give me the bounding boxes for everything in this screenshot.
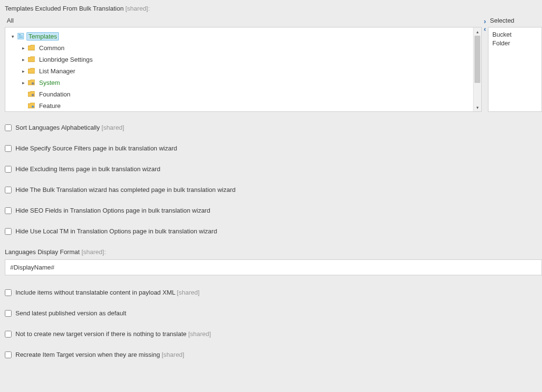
collapse-arrow-icon[interactable]: ▸ — [21, 45, 26, 51]
folder-icon — [27, 67, 35, 75]
selected-box[interactable]: Bucket Folder — [488, 27, 542, 112]
checkbox-input[interactable] — [5, 166, 12, 173]
label-text: Languages Display Format — [5, 248, 80, 256]
checkbox-hide-source-filters: Hide Specify Source Filters page in bulk… — [5, 145, 542, 152]
checkbox-hide-completed: Hide The Bulk Translation wizard has com… — [5, 186, 542, 193]
tree-node-templates[interactable]: ▾ Templates — [7, 30, 471, 42]
tree-label[interactable]: Feature — [37, 102, 63, 110]
scroll-down-icon[interactable]: ▾ — [474, 103, 481, 111]
folder-star-icon — [27, 102, 35, 109]
checkbox-input[interactable] — [5, 187, 12, 193]
label-text: Recreate Item Target version when they a… — [15, 351, 160, 358]
tree-label[interactable]: Foundation — [37, 90, 72, 98]
scroll-track[interactable] — [474, 36, 481, 103]
tree-label-templates[interactable]: Templates — [27, 32, 59, 41]
folder-icon — [27, 44, 35, 52]
tree-node-feature[interactable]: ▸ Feature — [18, 100, 471, 111]
tree-label[interactable]: Lionbridge Settings — [37, 55, 95, 64]
move-right-icon[interactable]: › — [484, 18, 486, 25]
checkbox-label[interactable]: Hide Use Local TM in Translation Options… — [15, 228, 217, 235]
transfer-arrows: › ‹ — [484, 16, 486, 32]
all-header: All — [5, 16, 482, 27]
svg-point-5 — [32, 94, 34, 96]
section-label: Templates Excluded From Bulk Translation… — [5, 5, 542, 12]
svg-rect-3 — [19, 37, 23, 38]
checkbox-include-payload: Include items without translatable conte… — [5, 289, 542, 296]
checkbox-label[interactable]: Hide The Bulk Translation wizard has com… — [15, 186, 235, 193]
checkbox-input[interactable] — [5, 331, 12, 338]
tree-label[interactable]: List Manager — [37, 67, 77, 75]
field-label: Languages Display Format [shared]: — [5, 248, 542, 256]
shared-suffix: [shared] — [187, 330, 211, 338]
section-label-text: Templates Excluded From Bulk Translation — [5, 5, 123, 12]
checkbox-send-latest: Send latest published version as default — [5, 310, 542, 317]
checkbox-hide-seo: Hide SEO Fields in Translation Options p… — [5, 207, 542, 214]
svg-point-4 — [32, 82, 34, 85]
checkbox-recreate-target: Recreate Item Target version when they a… — [5, 351, 542, 358]
shared-suffix: [shared]: — [123, 5, 149, 12]
checkbox-label[interactable]: Hide Excluding Items page in bulk transl… — [15, 165, 161, 173]
checkbox-input[interactable] — [5, 228, 12, 235]
checkbox-hide-excluding: Hide Excluding Items page in bulk transl… — [5, 165, 542, 173]
scroll-thumb[interactable] — [474, 36, 480, 83]
template-root-icon — [17, 32, 25, 40]
label-text: Sort Languages Alphabetically — [15, 124, 100, 131]
tree-node-system[interactable]: ▸ System — [18, 77, 471, 88]
folder-icon — [27, 55, 35, 63]
collapse-arrow-icon[interactable]: ▸ — [21, 68, 26, 74]
checkbox-input[interactable] — [5, 310, 12, 317]
shared-suffix: [shared]: — [80, 248, 106, 256]
expand-arrow-icon[interactable]: ▾ — [10, 34, 15, 39]
checkbox-label[interactable]: Hide Specify Source Filters page in bulk… — [15, 145, 177, 152]
checkbox-input[interactable] — [5, 145, 12, 152]
tree-node-lionbridge[interactable]: ▸ Lionbridge Settings — [18, 54, 471, 65]
checkbox-not-create: Not to create new target version if ther… — [5, 330, 542, 338]
shared-suffix: [shared] — [160, 351, 185, 358]
checkbox-label[interactable]: Sort Languages Alphabetically [shared] — [15, 124, 124, 131]
checkbox-label[interactable]: Send latest published version as default — [15, 310, 126, 317]
checkbox-input[interactable] — [5, 289, 12, 296]
svg-rect-1 — [19, 34, 21, 35]
checkbox-hide-local-tm: Hide Use Local TM in Translation Options… — [5, 228, 542, 235]
checkbox-label[interactable]: Hide SEO Fields in Translation Options p… — [15, 207, 210, 214]
collapse-arrow-icon[interactable]: ▸ — [21, 57, 26, 62]
checkbox-input[interactable] — [5, 124, 12, 131]
display-format-input[interactable] — [5, 259, 542, 275]
move-left-icon[interactable]: ‹ — [484, 26, 486, 32]
tree-box: ▾ Templates ▸ Common ▸ — [5, 27, 482, 112]
tree-node-listmanager[interactable]: ▸ List Manager — [18, 65, 471, 77]
folder-gear-icon — [27, 90, 35, 98]
tree-content[interactable]: ▾ Templates ▸ Common ▸ — [5, 27, 473, 111]
checkbox-label[interactable]: Recreate Item Target version when they a… — [15, 351, 184, 358]
template-selector: All ▾ Templates ▸ Com — [5, 16, 542, 112]
tree-label[interactable]: Common — [37, 44, 67, 52]
scroll-up-icon[interactable]: ▴ — [474, 27, 481, 36]
all-column: All ▾ Templates ▸ Com — [5, 16, 482, 112]
folder-gear-icon — [27, 79, 35, 86]
tree-node-common[interactable]: ▸ Common — [18, 42, 471, 54]
tree-label[interactable]: System — [37, 79, 62, 87]
selected-item[interactable]: Folder — [492, 39, 538, 48]
tree-children: ▸ Common ▸ Lionbridge Settings — [7, 42, 471, 111]
selected-item[interactable]: Bucket — [492, 30, 538, 39]
label-text: Not to create new target version if ther… — [15, 330, 187, 338]
checkbox-input[interactable] — [5, 351, 12, 358]
label-text: Include items without translatable conte… — [15, 289, 175, 296]
languages-display-format-group: Languages Display Format [shared]: — [5, 248, 542, 275]
selected-header: Selected — [488, 16, 542, 27]
shared-suffix: [shared] — [100, 124, 124, 131]
tree-node-foundation[interactable]: ▸ Foundation — [18, 88, 471, 100]
checkbox-label[interactable]: Not to create new target version if ther… — [15, 330, 211, 338]
tree-scrollbar[interactable]: ▴ ▾ — [473, 27, 481, 111]
checkbox-sort-languages: Sort Languages Alphabetically [shared] — [5, 124, 542, 131]
checkbox-label[interactable]: Include items without translatable conte… — [15, 289, 200, 296]
shared-suffix: [shared] — [175, 289, 200, 296]
checkbox-input[interactable] — [5, 207, 12, 214]
collapse-arrow-icon[interactable]: ▸ — [21, 80, 26, 85]
svg-rect-2 — [19, 36, 23, 37]
selected-column: Selected Bucket Folder — [488, 16, 542, 112]
